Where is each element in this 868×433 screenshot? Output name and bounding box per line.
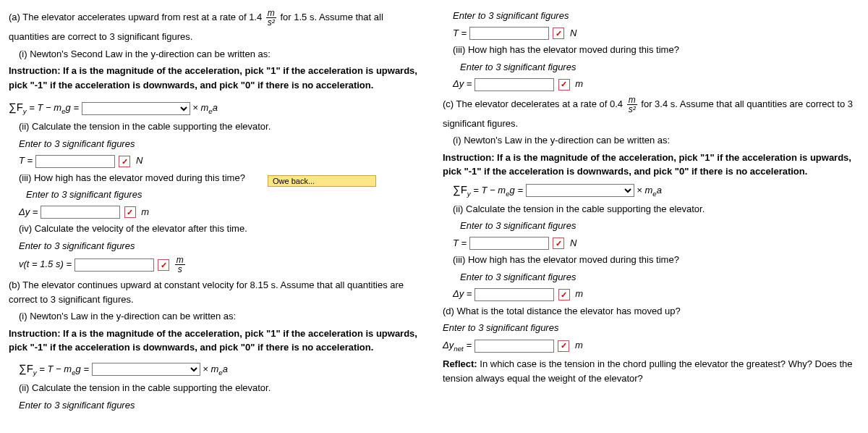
check-icon[interactable]: ✓ [558, 289, 570, 300]
part-d: (d) What is the total distance the eleva… [443, 304, 859, 319]
right-column: Enter to 3 significant figures T = ✓ N (… [434, 0, 868, 421]
sig-hint: Enter to 3 significant figures [443, 9, 859, 23]
label: T = [453, 237, 469, 248]
equation-b: ∑Fy = T − meg = × mea [9, 361, 425, 378]
label: Δy = [453, 78, 475, 89]
tension-input-a[interactable] [35, 155, 115, 168]
check-icon[interactable]: ✓ [558, 340, 569, 352]
unit-label: m [575, 288, 583, 299]
dy-row-b: Δy = ✓ m [443, 77, 859, 91]
sigma-icon: ∑F [19, 362, 33, 374]
tension-input-b[interactable] [469, 27, 549, 40]
sigma-icon: ∑F [453, 183, 467, 196]
sig-hint: Enter to 3 significant figures [443, 60, 859, 75]
sig-hint: Enter to 3 significant figures [443, 270, 859, 285]
sig-hint: Enter to 3 significant figures [9, 137, 425, 151]
label: v(t = 1.5 s) = [19, 258, 75, 269]
sigma-icon: ∑F [9, 101, 23, 113]
part-c-iii: (iii) How high has the elevator moved du… [443, 253, 859, 267]
fraction-m-s2-icon: ms² [627, 96, 637, 114]
tension-row-b: T = ✓ N [443, 26, 859, 41]
check-icon[interactable]: ✓ [558, 79, 570, 91]
check-icon[interactable]: ✓ [124, 206, 136, 218]
part-c-intro-cont: significant figures. [443, 117, 859, 131]
dy-row-a: Δy = ✓ m [9, 205, 425, 219]
part-a-iv: (iv) Calculate the velocity of the eleva… [9, 222, 425, 236]
sig-hint: Enter to 3 significant figures [9, 188, 425, 202]
label: Δy = [19, 206, 41, 217]
text: for 3.4 s. Assume that all quantities ar… [641, 98, 853, 109]
sig-hint: Enter to 3 significant figures [443, 321, 859, 335]
check-icon[interactable]: ✓ [553, 237, 564, 249]
part-a-ii: (ii) Calculate the tension in the cable … [9, 119, 425, 134]
label: Δy = [453, 288, 475, 299]
part-c-i: (i) Newton's Law in the y-direction can … [443, 133, 859, 148]
check-icon[interactable]: ✓ [119, 156, 130, 167]
part-b-intro: (b) The elevator continues upward at con… [9, 278, 425, 306]
part-c-intro: (c) The elevator decelerates at a rate o… [443, 96, 859, 114]
sig-hint: Enter to 3 significant figures [443, 219, 859, 233]
instruction-b: Instruction: If a is the magnitude of th… [9, 327, 425, 355]
text: for 1.5 s. Assume that all [280, 12, 383, 22]
label: T = [453, 28, 469, 38]
text: (c) The elevator decelerates at a rate o… [443, 98, 626, 109]
part-a-i: (i) Newton's Second Law in the y-directi… [9, 47, 425, 62]
tension-row-a: T = ✓ N [9, 154, 425, 168]
unit-label: m [141, 206, 149, 217]
instruction-c: Instruction: If a is the magnitude of th… [443, 151, 859, 179]
part-b-i: (i) Newton's Law in the y-direction can … [9, 309, 425, 324]
instruction-a: Instruction: If a is the magnitude of th… [9, 64, 425, 92]
equation-a: ∑Fy = T − meg = × mea [9, 99, 425, 117]
accel-sign-select-c[interactable] [526, 184, 634, 197]
fraction-m-s2-icon: ms² [266, 9, 276, 27]
tension-input-c[interactable] [469, 237, 549, 250]
label: Δy [443, 340, 454, 350]
check-icon[interactable]: ✓ [553, 28, 564, 39]
part-a-intro-cont: quantities are correct to 3 significant … [9, 30, 425, 44]
equation-c: ∑Fy = T − meg = × mea [443, 182, 859, 199]
accel-sign-select-a[interactable] [82, 102, 190, 115]
dynet-input[interactable] [475, 340, 554, 353]
tension-row-c: T = ✓ N [443, 236, 859, 251]
label: T = [19, 155, 35, 166]
unit-label: m [575, 340, 583, 350]
part-b-iii: (iii) How high has the elevator moved du… [443, 43, 859, 57]
dynet-row: Δynet = ✓ m [443, 338, 859, 354]
accel-sign-select-b[interactable] [92, 363, 200, 376]
dy-input-c[interactable] [475, 288, 554, 301]
fraction-m-s-icon: ms [175, 256, 185, 274]
dy-row-c: Δy = ✓ m [443, 287, 859, 301]
sig-hint: Enter to 3 significant figures [9, 398, 425, 413]
check-icon[interactable]: ✓ [158, 259, 169, 271]
part-a-intro: (a) The elevator accelerates upward from… [9, 9, 425, 27]
unit-label: N [136, 155, 142, 166]
dy-input-a[interactable] [41, 206, 120, 219]
reflect-text: In which case is the tension in the chor… [443, 358, 853, 384]
text: (a) The elevator accelerates upward from… [9, 12, 265, 22]
sig-hint: Enter to 3 significant figures [9, 239, 425, 253]
velocity-input-a[interactable] [75, 258, 154, 272]
part-c-ii: (ii) Calculate the tension in the cable … [443, 202, 859, 216]
unit-label: N [570, 28, 576, 38]
reflect: Reflect: In which case is the tension in… [443, 357, 859, 385]
velocity-row-a: v(t = 1.5 s) = ✓ ms [9, 256, 425, 274]
tooltip: Owe back... [268, 175, 376, 187]
unit-label: N [570, 237, 576, 248]
part-b-ii: (ii) Calculate the tension in the cable … [9, 381, 425, 395]
unit-label: m [575, 78, 583, 89]
dy-input-b[interactable] [475, 78, 554, 91]
left-column: (a) The elevator accelerates upward from… [0, 0, 434, 421]
